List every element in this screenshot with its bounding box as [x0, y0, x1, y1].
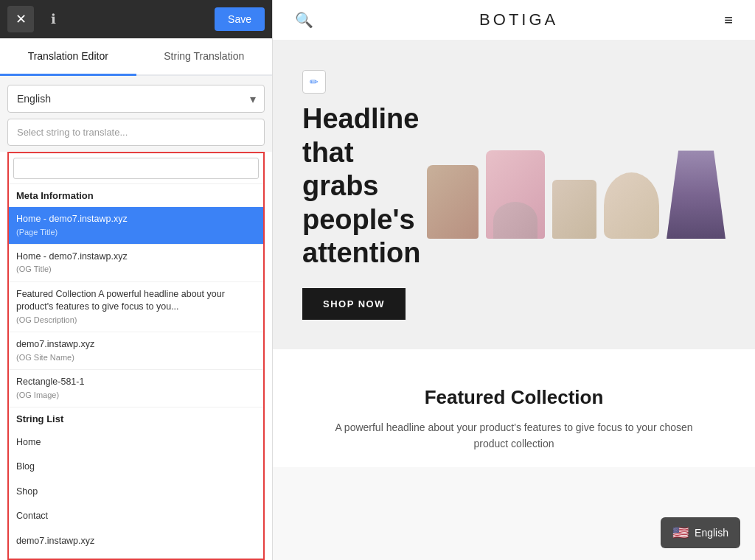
list-item[interactable]: Home - demo7.instawp.xyz (Page Title)	[9, 207, 263, 245]
save-button[interactable]: Save	[215, 7, 265, 31]
string-select-wrap: Select string to translate...	[0, 119, 272, 152]
string-section-header: String List	[9, 407, 263, 430]
language-select-container: English Spanish French German	[7, 85, 265, 113]
product-jar-tall	[427, 165, 479, 239]
list-item-sub: (OG Title)	[16, 264, 256, 275]
string-select[interactable]: Select string to translate...	[7, 119, 265, 146]
list-item[interactable]: Blog	[9, 455, 263, 480]
tab-string-translation[interactable]: String Translation	[136, 38, 273, 76]
string-dropdown[interactable]: Meta Information Home - demo7.instawp.xy…	[7, 152, 265, 560]
list-item-sub: (OG Site Name)	[16, 352, 256, 363]
product-jar-round	[604, 172, 659, 239]
site-header: 🔍 BOTIGA ≡	[273, 0, 755, 41]
flag-icon: 🇺🇸	[672, 525, 689, 541]
list-item[interactable]: Rectangle-581-1 (OG Image)	[9, 370, 263, 407]
featured-section: Featured Collection A powerful headline …	[273, 349, 755, 467]
dropdown-search-input[interactable]	[13, 158, 259, 179]
list-item[interactable]: Home - demo7.instawp.xyz (OG Title)	[9, 245, 263, 282]
featured-description: A powerful headline about your product's…	[330, 419, 698, 452]
left-panel: ✕ ℹ Save Translation Editor String Trans…	[0, 0, 273, 560]
site-preview: 🔍 BOTIGA ≡ ✏ Headline that grabs people'…	[273, 0, 755, 560]
list-item-main: Home - demo7.instawp.xyz	[16, 251, 256, 264]
tab-translation-editor[interactable]: Translation Editor	[0, 38, 136, 76]
list-item[interactable]: demo7.instawp.xyz (OG Site Name)	[9, 332, 263, 370]
language-badge-label: English	[695, 527, 728, 539]
tabs: Translation Editor String Translation	[0, 38, 272, 76]
close-button[interactable]: ✕	[7, 6, 34, 32]
product-visual	[427, 150, 726, 239]
hero-image-block	[427, 150, 726, 239]
language-select-wrap: English Spanish French German	[0, 76, 272, 119]
top-bar: ✕ ℹ Save	[0, 0, 272, 38]
list-item-main: Rectangle-581-1	[16, 376, 256, 389]
list-item[interactable]: Contact	[9, 504, 263, 529]
list-item-sub: (Page Title)	[16, 227, 256, 238]
info-button[interactable]: ℹ	[40, 6, 66, 32]
list-item-sub: (OG Image)	[16, 390, 256, 401]
menu-icon[interactable]: ≡	[724, 12, 733, 29]
list-item-main: Home - demo7.instawp.xyz	[16, 213, 256, 226]
site-logo: BOTIGA	[479, 10, 558, 29]
list-item[interactable]: Shop	[9, 480, 263, 505]
language-select[interactable]: English Spanish French German	[7, 85, 265, 113]
product-jar-pink	[486, 150, 545, 239]
hero-section: ✏ Headline that grabs people's attention…	[273, 41, 755, 349]
hero-text-block: ✏ Headline that grabs people's attention…	[302, 70, 427, 320]
shop-now-button[interactable]: SHOP NOW	[302, 288, 406, 320]
list-item-sub: (OG Description)	[16, 315, 256, 326]
product-jar-small	[552, 180, 596, 239]
hero-headline: Headline that grabs people's attention	[302, 102, 427, 270]
list-item[interactable]: Home	[9, 430, 263, 455]
list-item[interactable]: Featured Collection A powerful headline …	[9, 282, 263, 332]
string-list: Home Blog Shop Contact demo7.instawp.xyz	[9, 430, 263, 554]
hero-edit-button[interactable]: ✏	[302, 70, 326, 94]
list-item-main: demo7.instawp.xyz	[16, 338, 256, 351]
lavender-decoration	[667, 150, 726, 239]
featured-title: Featured Collection	[295, 386, 733, 409]
language-badge[interactable]: 🇺🇸 English	[661, 517, 740, 548]
meta-section-header: Meta Information	[9, 184, 263, 207]
search-wrap	[9, 153, 263, 184]
search-icon[interactable]: 🔍	[295, 11, 313, 29]
list-item[interactable]: demo7.instawp.xyz	[9, 529, 263, 554]
list-item-main: Featured Collection A powerful headline …	[16, 288, 256, 314]
